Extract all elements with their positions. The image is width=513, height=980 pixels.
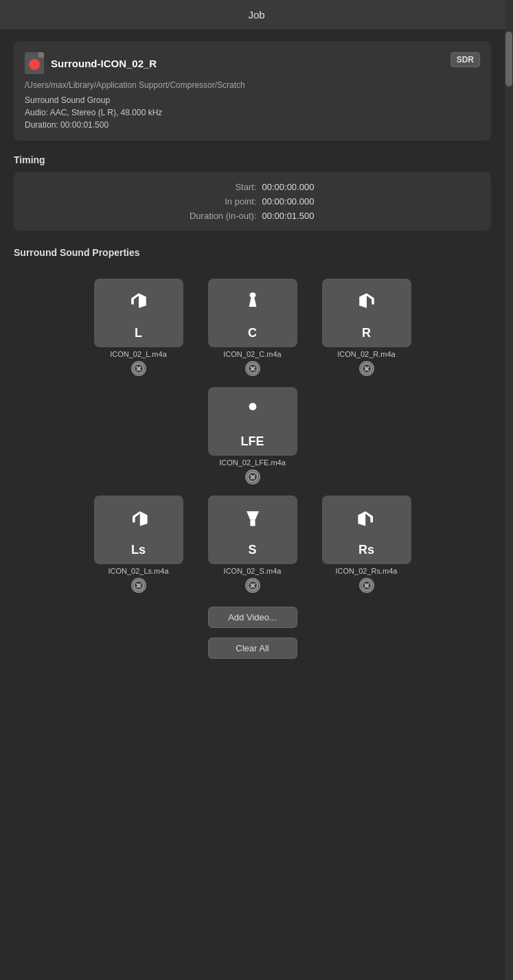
channel-label-Ls: Ls — [131, 543, 146, 557]
channel-filename-C: ICON_02_C.m4a — [223, 350, 281, 358]
remove-icon-S — [247, 580, 258, 591]
job-path: /Users/max/Library/Application Support/C… — [25, 80, 480, 91]
job-audio: Audio: AAC, Stereo (L R), 48.000 kHz — [25, 108, 480, 117]
svg-rect-10 — [250, 520, 255, 526]
remove-icon-Rs — [361, 580, 372, 591]
channel-label-Rs: Rs — [358, 543, 374, 557]
channel-filename-Rs: ICON_02_Rs.m4a — [336, 567, 398, 575]
channel-remove-C[interactable] — [245, 361, 260, 376]
file-icon — [25, 52, 44, 74]
scrollbar-thumb[interactable] — [505, 32, 512, 86]
svg-marker-4 — [367, 293, 374, 304]
channel-box-S[interactable]: S — [208, 495, 297, 564]
timing-start-row: Start: 00:00:00.000 — [27, 182, 477, 192]
channel-filename-S: ICON_02_S.m4a — [224, 567, 282, 575]
svg-marker-1 — [139, 293, 146, 308]
window-title: Job — [248, 9, 264, 21]
channel-box-Rs[interactable]: Rs — [322, 495, 411, 564]
svg-marker-11 — [365, 511, 373, 522]
channel-item-R: R ICON_02_R.m4a — [315, 279, 418, 376]
speaker-s-icon — [239, 504, 266, 531]
channel-box-LFE[interactable]: LFE — [208, 387, 297, 456]
timing-card: Start: 00:00:00.000 In point: 00:00:00.0… — [14, 172, 491, 231]
channel-filename-Ls: ICON_02_Ls.m4a — [108, 567, 168, 575]
svg-point-3 — [249, 292, 255, 297]
channel-box-Ls[interactable]: Ls — [94, 495, 183, 564]
job-duration: Duration: 00:00:01.500 — [25, 120, 480, 130]
job-card: Surround-ICON_02_R SDR /Users/max/Librar… — [14, 41, 491, 141]
channel-item-S: S ICON_02_S.m4a — [201, 495, 304, 593]
svg-marker-7 — [133, 511, 140, 522]
scrollbar[interactable] — [505, 0, 513, 980]
channel-label-L: L — [135, 326, 142, 340]
remove-icon-C — [247, 363, 258, 374]
channel-box-L[interactable]: L — [94, 279, 183, 347]
surround-row-2: LFE ICON_02_LFE.m4a — [21, 387, 484, 485]
remove-icon-LFE — [247, 471, 258, 482]
channel-label-LFE: LFE — [241, 434, 264, 449]
surround-row-1: L ICON_02_L.m4a — [21, 279, 484, 376]
job-title-row: Surround-ICON_02_R — [25, 52, 157, 74]
channel-label-C: C — [248, 326, 257, 340]
duration-label: Duration (in-out): — [168, 211, 257, 221]
file-icon-symbol — [29, 59, 40, 70]
timing-section: Timing Start: 00:00:00.000 In point: 00:… — [14, 154, 491, 231]
speaker-left-icon — [125, 287, 152, 314]
channel-item-LFE: LFE ICON_02_LFE.m4a — [201, 387, 304, 485]
channel-filename-L: ICON_02_L.m4a — [110, 350, 167, 358]
channel-filename-R: ICON_02_R.m4a — [337, 350, 395, 358]
svg-marker-8 — [139, 511, 147, 526]
channel-remove-L[interactable] — [131, 361, 146, 376]
speaker-rs-icon — [353, 504, 380, 531]
inpoint-label: In point: — [168, 196, 257, 207]
surround-grid: L ICON_02_L.m4a — [14, 265, 491, 682]
channel-label-R: R — [362, 326, 371, 340]
svg-marker-5 — [359, 293, 367, 308]
channel-remove-Ls[interactable] — [131, 578, 146, 593]
clear-all-button[interactable]: Clear All — [208, 638, 297, 659]
job-title: Surround-ICON_02_R — [51, 58, 157, 69]
channel-remove-Rs[interactable] — [359, 578, 374, 593]
add-video-row: Add Video... — [21, 607, 484, 628]
surround-section: Surround Sound Properties L — [14, 247, 491, 682]
timing-duration-row: Duration (in-out): 00:00:01.500 — [27, 211, 477, 221]
title-bar: Job — [0, 0, 513, 30]
job-group: Surround Sound Group — [25, 95, 480, 105]
job-card-header: Surround-ICON_02_R SDR — [25, 52, 480, 74]
channel-item-L: L ICON_02_L.m4a — [87, 279, 190, 376]
channel-item-C: C ICON_02_C.m4a — [201, 279, 304, 376]
channel-remove-S[interactable] — [245, 578, 260, 593]
surround-row-3: Ls ICON_02_Ls.m4a — [21, 495, 484, 593]
channel-filename-LFE: ICON_02_LFE.m4a — [219, 458, 286, 467]
add-video-button[interactable]: Add Video... — [208, 607, 297, 628]
svg-marker-12 — [358, 511, 365, 526]
surround-header: Surround Sound Properties — [14, 247, 491, 258]
inpoint-value: 00:00:00.000 — [262, 196, 338, 207]
channel-label-S: S — [248, 543, 256, 557]
start-value: 00:00:00.000 — [262, 182, 338, 192]
sdr-badge: SDR — [451, 52, 480, 67]
channel-box-C[interactable]: C — [208, 279, 297, 347]
svg-point-6 — [249, 403, 256, 410]
remove-icon-Ls — [133, 580, 144, 591]
start-label: Start: — [168, 182, 257, 192]
channel-remove-R[interactable] — [359, 361, 374, 376]
channel-remove-LFE[interactable] — [245, 469, 260, 485]
timing-header: Timing — [14, 154, 491, 165]
duration-value: 00:00:01.500 — [262, 211, 338, 221]
timing-inpoint-row: In point: 00:00:00.000 — [27, 196, 477, 207]
channel-item-Ls: Ls ICON_02_Ls.m4a — [87, 495, 190, 593]
svg-marker-9 — [247, 511, 259, 520]
speaker-right-icon — [353, 287, 380, 314]
svg-marker-0 — [131, 293, 139, 304]
channel-item-Rs: Rs ICON_02_Rs.m4a — [315, 495, 418, 593]
speaker-center-icon — [239, 287, 266, 314]
remove-icon-L — [133, 363, 144, 374]
speaker-lfe-icon — [239, 395, 266, 423]
channel-box-R[interactable]: R — [322, 279, 411, 347]
clear-all-row: Clear All — [21, 638, 484, 659]
main-content: Surround-ICON_02_R SDR /Users/max/Librar… — [0, 30, 513, 707]
remove-icon-R — [361, 363, 372, 374]
speaker-ls-icon — [125, 504, 152, 531]
